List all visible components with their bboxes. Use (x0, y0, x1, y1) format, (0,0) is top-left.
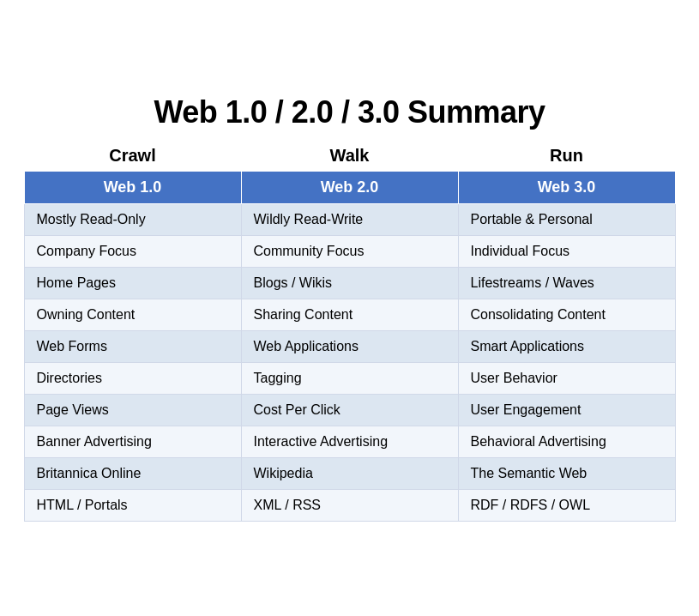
table-row: Britannica OnlineWikipediaThe Semantic W… (24, 458, 675, 490)
col-header-run: Run (458, 142, 675, 172)
cell-row2-col2: Blogs / Wikis (241, 268, 458, 299)
cell-row6-col1: Page Views (24, 395, 241, 426)
cell-row5-col2: Tagging (241, 363, 458, 395)
cell-row9-col2: XML / RSS (241, 490, 458, 522)
column-header-row: Crawl Walk Run (24, 142, 675, 172)
table-body: Mostly Read-OnlyWildly Read-WritePortabl… (24, 204, 675, 522)
cell-row8-col2: Wikipedia (241, 458, 458, 490)
summary-table: Crawl Walk Run Web 1.0 Web 2.0 Web 3.0 M… (24, 142, 676, 522)
cell-row4-col3: Smart Applications (458, 331, 675, 363)
cell-row0-col3: Portable & Personal (458, 204, 675, 236)
cell-row4-col2: Web Applications (241, 331, 458, 363)
page-title: Web 1.0 / 2.0 / 3.0 Summary (24, 94, 676, 130)
cell-row2-col3: Lifestreams / Waves (458, 268, 675, 299)
cell-row5-col1: Directories (24, 363, 241, 395)
table-row: DirectoriesTaggingUser Behavior (24, 363, 675, 395)
cell-row2-col1: Home Pages (24, 268, 241, 299)
version-header-web1: Web 1.0 (24, 172, 241, 204)
table-row: Page ViewsCost Per ClickUser Engagement (24, 395, 675, 426)
cell-row3-col1: Owning Content (24, 299, 241, 331)
table-row: Banner AdvertisingInteractive Advertisin… (24, 426, 675, 458)
version-header-web2: Web 2.0 (241, 172, 458, 204)
cell-row7-col1: Banner Advertising (24, 426, 241, 458)
cell-row3-col3: Consolidating Content (458, 299, 675, 331)
version-header-web3: Web 3.0 (458, 172, 675, 204)
table-row: HTML / PortalsXML / RSSRDF / RDFS / OWL (24, 490, 675, 522)
col-header-crawl: Crawl (24, 142, 241, 172)
table-row: Owning ContentSharing ContentConsolidati… (24, 299, 675, 331)
cell-row7-col3: Behavioral Advertising (458, 426, 675, 458)
table-row: Mostly Read-OnlyWildly Read-WritePortabl… (24, 204, 675, 236)
cell-row1-col1: Company Focus (24, 236, 241, 268)
cell-row9-col3: RDF / RDFS / OWL (458, 490, 675, 522)
version-header-row: Web 1.0 Web 2.0 Web 3.0 (24, 172, 675, 204)
table-row: Home PagesBlogs / WikisLifestreams / Wav… (24, 268, 675, 299)
cell-row7-col2: Interactive Advertising (241, 426, 458, 458)
cell-row1-col2: Community Focus (241, 236, 458, 268)
page-container: Web 1.0 / 2.0 / 3.0 Summary Crawl Walk R… (15, 86, 684, 530)
col-header-walk: Walk (241, 142, 458, 172)
cell-row8-col1: Britannica Online (24, 458, 241, 490)
cell-row4-col1: Web Forms (24, 331, 241, 363)
cell-row9-col1: HTML / Portals (24, 490, 241, 522)
table-row: Web FormsWeb ApplicationsSmart Applicati… (24, 331, 675, 363)
cell-row0-col1: Mostly Read-Only (24, 204, 241, 236)
cell-row1-col3: Individual Focus (458, 236, 675, 268)
table-row: Company FocusCommunity FocusIndividual F… (24, 236, 675, 268)
cell-row6-col3: User Engagement (458, 395, 675, 426)
cell-row0-col2: Wildly Read-Write (241, 204, 458, 236)
cell-row6-col2: Cost Per Click (241, 395, 458, 426)
cell-row5-col3: User Behavior (458, 363, 675, 395)
cell-row8-col3: The Semantic Web (458, 458, 675, 490)
cell-row3-col2: Sharing Content (241, 299, 458, 331)
